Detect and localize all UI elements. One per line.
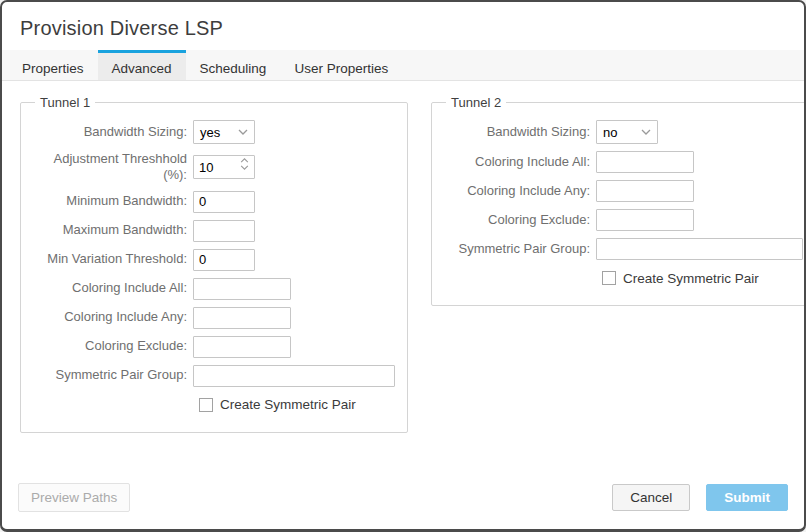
tab-content-advanced: Tunnel 1 Bandwidth Sizing: yes Adjustmen… [2,81,804,483]
tunnel1-symmetric-pair-group-label: Symmetric Pair Group: [33,367,193,383]
tunnel1-coloring-exclude-input[interactable] [193,336,291,358]
tunnel2-symmetric-pair-group-input[interactable] [596,238,803,260]
tunnel2-create-symmetric-pair-checkbox[interactable] [602,271,616,285]
tunnel1-maximum-bandwidth-input[interactable] [193,220,255,242]
tunnel2-coloring-include-any-input[interactable] [596,180,694,202]
tunnel2-bandwidth-sizing-select[interactable]: no [596,120,658,144]
tunnel2-symmetric-pair-group-label: Symmetric Pair Group: [444,241,596,257]
tunnel2-coloring-exclude-input[interactable] [596,209,694,231]
tunnel2-bandwidth-sizing-value: no [603,125,617,140]
tunnel1-bandwidth-sizing-value: yes [200,125,220,140]
tab-advanced[interactable]: Advanced [98,50,186,80]
page-title: Provision Diverse LSP [20,17,786,40]
tunnel1-adjustment-threshold-input[interactable] [194,157,234,177]
tunnel2-coloring-include-any-row: Coloring Include Any: [444,180,803,202]
tunnel1-min-variation-threshold-row: Min Variation Threshold: [33,249,395,271]
titlebar: Provision Diverse LSP [2,2,804,50]
tunnel1-adjustment-threshold-label: Adjustment Threshhold (%): [33,151,193,184]
tunnel1-coloring-include-all-label: Coloring Include All: [33,280,193,296]
tunnel2-panel: Tunnel 2 Bandwidth Sizing: no Coloring I… [431,95,806,306]
tunnel1-coloring-include-all-row: Coloring Include All: [33,278,395,300]
tunnel2-symmetric-pair-group-row: Symmetric Pair Group: [444,238,803,260]
tunnel1-symmetric-pair-group-input[interactable] [193,365,395,387]
tunnel2-bandwidth-sizing-row: Bandwidth Sizing: no [444,120,803,144]
tunnel1-minimum-bandwidth-label: Minimum Bandwidth: [33,193,193,209]
tunnel2-coloring-include-any-label: Coloring Include Any: [444,183,596,199]
tunnel1-coloring-exclude-label: Coloring Exclude: [33,338,193,354]
tunnel2-legend: Tunnel 2 [446,95,506,110]
tunnel1-minimum-bandwidth-input[interactable] [193,191,255,213]
tunnel1-min-variation-threshold-label: Min Variation Threshold: [33,251,193,267]
tunnel1-maximum-bandwidth-row: Maximum Bandwidth: [33,220,395,242]
tab-bar: Properties Advanced Scheduling User Prop… [2,50,804,81]
tunnel1-minimum-bandwidth-row: Minimum Bandwidth: [33,191,395,213]
preview-paths-button[interactable]: Preview Paths [18,483,130,512]
tunnel1-min-variation-threshold-input[interactable] [193,249,255,271]
spinner-arrows-icon[interactable] [240,158,249,170]
chevron-down-icon [641,129,651,135]
tunnel2-coloring-include-all-label: Coloring Include All: [444,154,596,170]
tunnel2-create-symmetric-pair-row: Create Symmetric Pair [444,267,803,289]
cancel-button[interactable]: Cancel [612,484,690,511]
tunnel1-symmetric-pair-group-row: Symmetric Pair Group: [33,365,395,387]
tunnel1-coloring-include-any-label: Coloring Include Any: [33,309,193,325]
footer-action-buttons: Cancel Submit [612,484,788,511]
tunnel1-bandwidth-sizing-select[interactable]: yes [193,120,255,144]
dialog-footer: Preview Paths Cancel Submit [2,483,804,529]
tunnel1-create-symmetric-pair-checkbox[interactable] [199,398,213,412]
tunnel2-coloring-include-all-row: Coloring Include All: [444,151,803,173]
tunnel1-coloring-include-any-input[interactable] [193,307,291,329]
tab-user-properties[interactable]: User Properties [280,50,402,80]
tunnel1-panel: Tunnel 1 Bandwidth Sizing: yes Adjustmen… [20,95,408,433]
tunnel2-coloring-exclude-row: Coloring Exclude: [444,209,803,231]
tunnel1-bandwidth-sizing-row: Bandwidth Sizing: yes [33,120,395,144]
tunnel1-adjustment-threshold-spinner[interactable] [193,155,255,179]
tab-properties[interactable]: Properties [8,50,98,80]
tunnel1-create-symmetric-pair-label: Create Symmetric Pair [220,397,356,412]
tunnel1-coloring-include-all-input[interactable] [193,278,291,300]
provision-diverse-lsp-dialog: Provision Diverse LSP Properties Advance… [0,0,806,532]
tunnel1-coloring-include-any-row: Coloring Include Any: [33,307,395,329]
tunnel1-adjustment-threshold-row: Adjustment Threshhold (%): [33,151,395,184]
tunnel1-maximum-bandwidth-label: Maximum Bandwidth: [33,222,193,238]
tunnel2-coloring-include-all-input[interactable] [596,151,694,173]
tunnel2-create-symmetric-pair-label: Create Symmetric Pair [623,271,759,286]
tunnel1-legend: Tunnel 1 [35,95,95,110]
tunnel1-bandwidth-sizing-label: Bandwidth Sizing: [33,124,193,140]
tunnel2-bandwidth-sizing-label: Bandwidth Sizing: [444,124,596,140]
submit-button[interactable]: Submit [706,484,788,511]
tunnel1-create-symmetric-pair-row: Create Symmetric Pair [33,394,395,416]
chevron-down-icon [238,129,248,135]
tunnel2-coloring-exclude-label: Coloring Exclude: [444,212,596,228]
tab-scheduling[interactable]: Scheduling [186,50,281,80]
tunnel1-coloring-exclude-row: Coloring Exclude: [33,336,395,358]
